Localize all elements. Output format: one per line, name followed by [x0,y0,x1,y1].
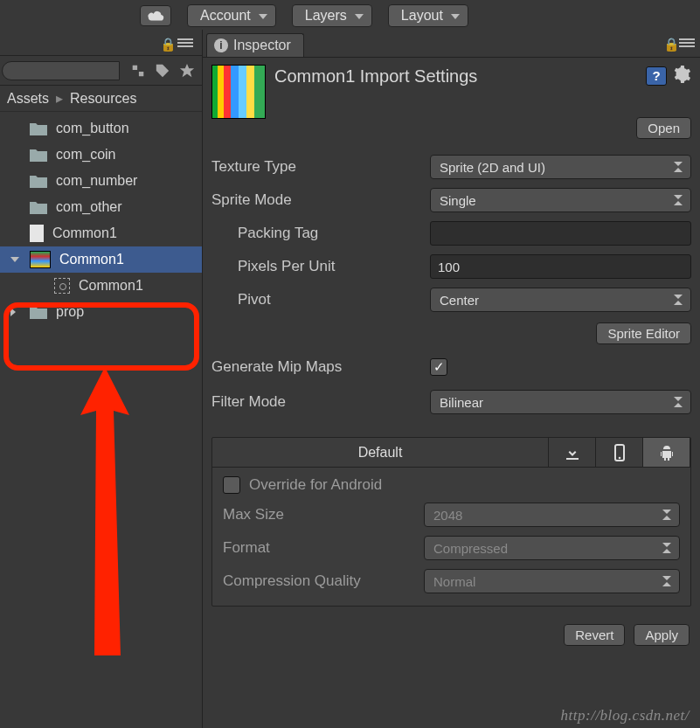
inspector-header-actions: ? [646,65,691,87]
texture-type-select[interactable]: Sprite (2D and UI) [430,155,691,179]
folder-icon [30,200,47,214]
inspector-tab-label: Inspector [233,38,291,53]
sprite-mode-label: Sprite Mode [211,191,430,209]
asset-label: com_number [56,173,137,189]
lock-icon[interactable]: 🔒 [160,37,172,49]
filter-by-label-icon[interactable] [153,61,172,80]
breadcrumb: Assets ▸ Resources [0,86,202,112]
android-icon [658,444,676,461]
breadcrumb-root[interactable]: Assets [7,91,49,107]
top-toolbar: Account Layers Layout [0,0,700,30]
asset-label: Common1 [59,252,124,267]
inspector-panel-options: 🔒 [663,37,695,49]
cloud-button[interactable] [140,5,171,26]
texture-type-label: Texture Type [211,158,430,176]
sprite-mode-select[interactable]: Single [430,188,691,212]
breadcrumb-separator-icon: ▸ [56,90,63,107]
sprite-sheet-icon [30,251,51,268]
breadcrumb-folder[interactable]: Resources [70,91,136,107]
account-dropdown[interactable]: Account [187,4,276,27]
max-size-label: Max Size [223,506,424,523]
sprite-icon [54,278,70,294]
pixels-per-unit-input[interactable] [430,254,691,279]
expand-toggle-icon[interactable] [10,308,16,316]
open-button[interactable]: Open [636,117,691,139]
filter-mode-select[interactable]: Bilinear [430,390,691,414]
asset-label: Common1 [52,225,117,241]
inspector-header: Common1 Import Settings ? [211,65,691,119]
folder-icon [30,305,47,319]
inspector-tabbar: i Inspector 🔒 [203,30,700,58]
help-icon[interactable]: ? [646,66,667,86]
asset-label: com_other [56,199,122,215]
format-select[interactable]: Compressed [424,536,680,560]
asset-row[interactable]: prop [0,299,202,325]
asset-label: prop [56,304,84,320]
asset-row[interactable]: com_number [0,168,202,194]
svg-point-1 [618,456,620,459]
info-icon: i [214,38,228,52]
platform-tab-ios[interactable] [596,438,643,467]
project-panel: 🔒 Assets ▸ Resources com_button com_coin [0,30,203,728]
asset-label: Common1 [79,278,143,294]
inspector-tab[interactable]: i Inspector [206,33,304,57]
asset-label: com_button [56,121,129,136]
pivot-label: Pivot [211,291,430,309]
platform-tab-standalone[interactable] [549,438,596,467]
platform-tabs: Default [212,438,690,468]
max-size-select[interactable]: 2048 [424,503,680,527]
gear-icon[interactable] [672,65,691,87]
asset-row[interactable]: com_button [0,115,202,142]
pivot-select[interactable]: Center [430,288,691,312]
revert-button[interactable]: Revert [564,624,625,646]
asset-row[interactable]: Common1 [0,220,202,246]
filter-mode-label: Filter Mode [211,393,430,411]
asset-row[interactable]: com_other [0,194,202,220]
apply-button[interactable]: Apply [634,624,690,646]
inspector-body: Common1 Import Settings ? Open Texture T… [203,58,700,646]
format-label: Format [223,539,424,557]
main-split: 🔒 Assets ▸ Resources com_button com_coin [0,30,700,728]
file-icon [30,225,44,242]
project-tabs [0,56,202,86]
download-icon [564,444,581,461]
compression-quality-select[interactable]: Normal [424,569,680,593]
compression-quality-label: Compression Quality [223,572,424,590]
inspector-panel: i Inspector 🔒 Common1 Import Settings ? [203,30,700,728]
asset-list: com_button com_coin com_number com_other… [0,112,202,728]
project-search-input[interactable] [2,61,120,80]
override-android-checkbox[interactable] [223,476,240,494]
left-lock-strip: 🔒 [0,30,202,56]
pixels-per-unit-label: Pixels Per Unit [211,258,430,275]
inspector-title: Common1 Import Settings [274,65,637,87]
watermark-text: http://blog.csdn.net/ [561,707,690,725]
asset-thumbnail [211,65,266,119]
filter-by-type-icon[interactable] [128,61,148,80]
folder-icon [30,121,47,135]
asset-row[interactable]: Common1 [0,273,202,299]
sprite-editor-button[interactable]: Sprite Editor [596,322,691,344]
packing-tag-label: Packing Tag [211,225,430,242]
folder-icon [30,148,47,162]
layers-dropdown[interactable]: Layers [292,4,372,27]
asset-label: com_coin [56,147,115,163]
expand-toggle-icon[interactable] [10,257,19,262]
platform-tab-default[interactable]: Default [212,438,549,467]
phone-icon [611,444,628,461]
favorite-icon[interactable] [177,61,197,80]
panel-menu-icon[interactable] [177,37,193,49]
layout-dropdown[interactable]: Layout [388,4,468,27]
override-android-label: Override for Android [249,476,450,494]
platform-override-box: Default Overr [211,437,691,607]
generate-mipmaps-label: Generate Mip Maps [211,358,430,376]
generate-mipmaps-checkbox[interactable] [430,358,447,376]
asset-row-selected[interactable]: Common1 [0,246,202,273]
packing-tag-input[interactable] [430,221,691,246]
lock-icon[interactable]: 🔒 [663,37,676,49]
asset-row[interactable]: com_coin [0,142,202,168]
folder-icon [30,174,47,188]
platform-tab-android[interactable] [643,438,690,467]
cloud-icon [146,9,165,23]
panel-menu-icon[interactable] [679,37,695,49]
